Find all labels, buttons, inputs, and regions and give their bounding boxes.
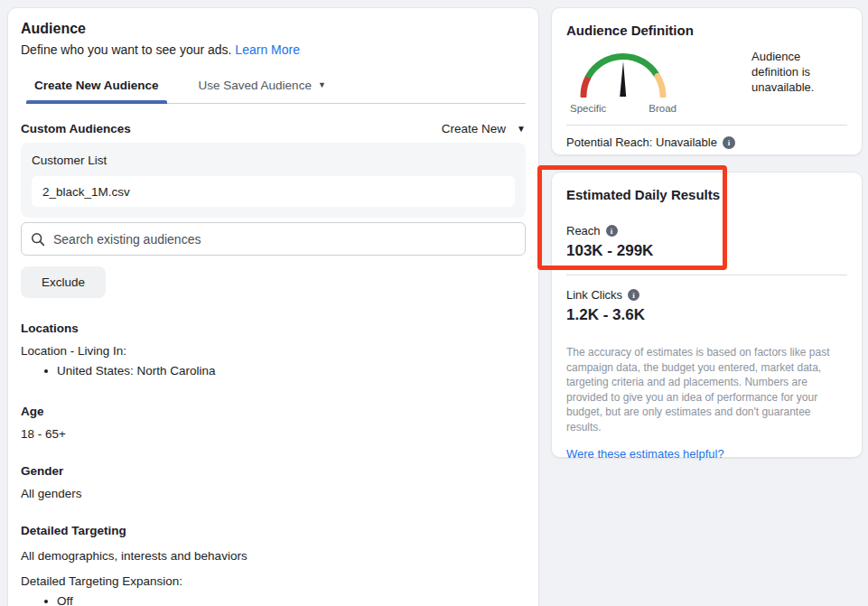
locations-bullet-item: United States: North Carolina xyxy=(21,364,526,378)
age-value: 18 - 65+ xyxy=(21,427,526,441)
info-icon[interactable]: i xyxy=(606,225,618,237)
link-clicks-label-row: Link Clicks i xyxy=(566,288,847,302)
search-input[interactable] xyxy=(53,232,516,247)
detailed-targeting-value: All demographics, interests and behavior… xyxy=(21,549,526,563)
divider xyxy=(566,275,847,275)
reach-label-row: Reach i xyxy=(566,224,847,238)
exclude-button[interactable]: Exclude xyxy=(21,266,106,298)
customer-list-value-field[interactable] xyxy=(32,176,515,207)
audience-tabs: Create New Audience Use Saved Audience ▼ xyxy=(26,79,526,104)
tab-label: Use Saved Audience xyxy=(199,79,312,92)
gauge-needle xyxy=(620,61,626,97)
search-icon xyxy=(31,232,45,247)
link-clicks-value: 1.2K - 3.6K xyxy=(566,306,847,324)
reach-value: 103K - 299K xyxy=(566,242,847,260)
locations-heading: Locations xyxy=(21,322,526,335)
audience-panel: Audience Define who you want to see your… xyxy=(7,7,539,606)
potential-reach-row: Potential Reach: Unavailable i xyxy=(566,135,847,149)
locations-line: Location - Living In: xyxy=(21,344,526,358)
subtitle-text: Define who you want to see your ads. xyxy=(21,42,231,57)
reach-label: Reach xyxy=(566,224,601,238)
create-new-label: Create New xyxy=(442,122,506,135)
gender-heading: Gender xyxy=(21,464,526,478)
chevron-down-icon: ▼ xyxy=(517,125,526,134)
page-title: Audience xyxy=(21,21,526,37)
age-heading: Age xyxy=(21,405,526,418)
bullet-dot xyxy=(44,369,48,373)
customer-list-box: Customer List xyxy=(21,143,526,218)
locations-bullet-text: United States: North Carolina xyxy=(57,364,216,378)
gender-value: All genders xyxy=(21,487,526,500)
info-icon[interactable]: i xyxy=(628,289,639,301)
create-new-dropdown[interactable]: Create New ▼ xyxy=(442,122,526,135)
customer-list-label: Customer List xyxy=(32,154,515,167)
audience-definition-gauge: Specific Broad xyxy=(568,47,678,114)
divider xyxy=(566,125,847,126)
bullet-dot xyxy=(44,600,48,603)
estimates-disclaimer: The accuracy of estimates is based on fa… xyxy=(566,345,847,434)
estimated-daily-results-title: Estimated Daily Results xyxy=(566,187,847,202)
tab-create-new-audience[interactable]: Create New Audience xyxy=(26,79,167,103)
custom-audiences-label: Custom Audiences xyxy=(21,122,131,135)
info-icon[interactable]: i xyxy=(723,136,735,149)
link-clicks-label: Link Clicks xyxy=(566,288,622,302)
chevron-down-icon: ▼ xyxy=(318,81,326,89)
tab-label: Create New Audience xyxy=(34,79,159,92)
potential-reach-text: Potential Reach: Unavailable xyxy=(566,135,717,149)
panel-subtitle: Define who you want to see your ads. Lea… xyxy=(21,42,526,57)
estimates-feedback-link[interactable]: Were these estimates helpful? xyxy=(566,447,724,461)
detailed-targeting-heading: Detailed Targeting xyxy=(21,524,526,537)
gauge-label-broad: Broad xyxy=(649,103,677,114)
targeting-expansion-value: Off xyxy=(57,594,73,606)
learn-more-link[interactable]: Learn More xyxy=(235,42,300,57)
estimated-daily-results-card: Estimated Daily Results Reach i 103K - 2… xyxy=(551,172,863,458)
audience-definition-status: Audience definition is unavailable. xyxy=(751,49,847,114)
audience-definition-title: Audience Definition xyxy=(566,23,847,38)
active-tab-underline xyxy=(26,100,167,104)
audience-search-box[interactable] xyxy=(21,222,526,256)
tab-use-saved-audience[interactable]: Use Saved Audience ▼ xyxy=(191,79,334,103)
targeting-expansion-bullet-item: Off xyxy=(21,594,526,606)
audience-definition-card: Audience Definition Specific Broad Audie… xyxy=(551,7,863,155)
gauge-arc-icon xyxy=(568,47,678,98)
gauge-label-specific: Specific xyxy=(570,103,606,114)
targeting-expansion-label: Detailed Targeting Expansion: xyxy=(21,574,526,588)
